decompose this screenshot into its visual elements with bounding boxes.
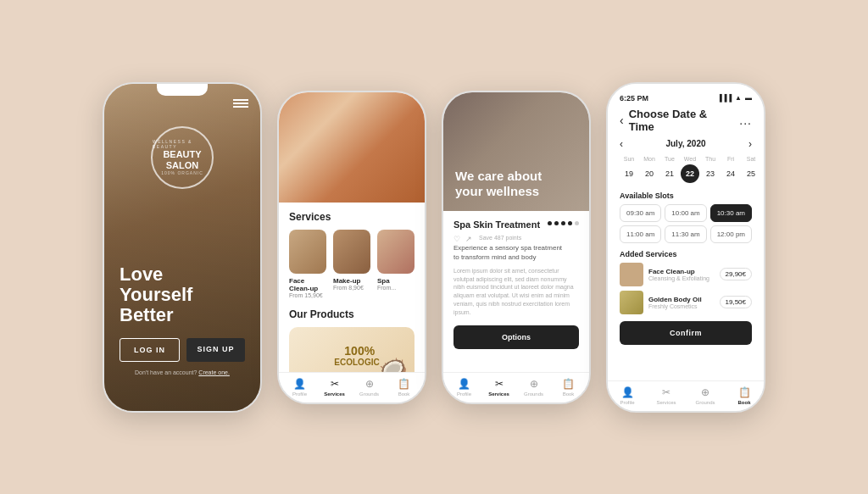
slots-grid: 09:30 am 10:00 am 10:30 am 11:00 am 11:3… bbox=[620, 204, 752, 243]
screen4-nav: 👤 Profile ✂ Services ⊕ Grounds 📋 Book bbox=[608, 380, 764, 411]
calendar-month-row: ‹ July, 2020 › bbox=[620, 138, 752, 150]
slot-0930[interactable]: 09:30 am bbox=[620, 204, 661, 222]
s4-nav-grounds-label: Grounds bbox=[695, 400, 715, 405]
service-name-1: Face Clean-up bbox=[289, 277, 326, 292]
s3-nav-grounds[interactable]: ⊕ Grounds bbox=[516, 378, 551, 397]
service-info-sub-1: Cleansing & Exfoliating bbox=[648, 275, 715, 281]
create-account-link[interactable]: Create one. bbox=[198, 369, 230, 375]
screen3-hero: We care aboutyour wellness bbox=[443, 92, 589, 211]
battery-icon: ▬ bbox=[745, 94, 752, 102]
cal-day-23[interactable]: 23 bbox=[701, 164, 720, 183]
confirm-button[interactable]: Confirm bbox=[620, 321, 752, 345]
day-header-wed: Wed bbox=[681, 155, 699, 163]
cal-day-21[interactable]: 21 bbox=[660, 164, 679, 183]
cal-day-22[interactable]: 22 bbox=[681, 164, 699, 183]
service-price-1: From 15,90€ bbox=[289, 292, 326, 298]
s3-nav-services[interactable]: ✂ Services bbox=[481, 378, 516, 397]
service-price-2: 19,50€ bbox=[720, 296, 752, 308]
next-month-button[interactable]: › bbox=[748, 138, 752, 150]
prev-month-button[interactable]: ‹ bbox=[620, 138, 623, 150]
screen3-nav: 👤 Profile ✂ Services ⊕ Grounds 📋 Book bbox=[443, 372, 589, 402]
products-card[interactable]: 100% ECOLOGIC 🥥 bbox=[289, 327, 415, 372]
s4-nav-grounds[interactable]: ⊕ Grounds bbox=[686, 386, 725, 405]
day-header-mon: Mon bbox=[640, 155, 659, 163]
s3-nav-profile[interactable]: 👤 Profile bbox=[447, 378, 481, 397]
dot-4 bbox=[568, 221, 572, 225]
signal-icon: ▐▐▐ bbox=[717, 94, 732, 102]
service-thumb-2 bbox=[620, 291, 643, 314]
book-icon: 📋 bbox=[398, 378, 410, 390]
wifi-icon: ▲ bbox=[735, 94, 742, 102]
heart-icon[interactable]: ♡ bbox=[453, 235, 460, 243]
options-button[interactable]: Options bbox=[453, 325, 579, 349]
screen2: Services Face Clean-up From 15,90€ Make-… bbox=[279, 92, 425, 402]
share-icon[interactable]: ↗ bbox=[465, 235, 472, 243]
signup-button[interactable]: SIGN UP bbox=[186, 338, 245, 362]
service-description: Experience a sensory spa treatmentto tra… bbox=[453, 243, 579, 262]
login-button[interactable]: LOG IN bbox=[120, 338, 180, 362]
calendar-section: ‹ July, 2020 › Sun Mon Tue Wed Thu Fri S… bbox=[620, 138, 752, 183]
logo-arc-bottom: 100% ORGANIC bbox=[161, 170, 203, 175]
day-header-sun: Sun bbox=[620, 155, 638, 163]
day-header-tue: Tue bbox=[660, 155, 679, 163]
notch-1 bbox=[157, 84, 208, 96]
s4-nav-services[interactable]: ✂ Services bbox=[647, 386, 686, 405]
slot-1030[interactable]: 10:30 am bbox=[710, 204, 752, 222]
slot-1000[interactable]: 10:00 am bbox=[665, 204, 706, 222]
s4-nav-book-label: Book bbox=[738, 400, 751, 405]
service-card-2[interactable]: Make-up From 8,90€ bbox=[333, 230, 370, 298]
service-card-3[interactable]: Spa From... bbox=[377, 230, 415, 298]
cal-day-24[interactable]: 24 bbox=[721, 164, 740, 183]
logo-arc-top: WELLNESS & BEAUTY bbox=[153, 139, 212, 149]
cal-day-19[interactable]: 19 bbox=[620, 164, 638, 183]
service-img-2 bbox=[333, 230, 370, 274]
slot-1130[interactable]: 11:30 am bbox=[665, 225, 706, 243]
s3-profile-icon: 👤 bbox=[458, 378, 470, 390]
cal-day-20[interactable]: 20 bbox=[640, 164, 659, 183]
s4-nav-profile[interactable]: 👤 Profile bbox=[608, 386, 647, 405]
products-percent: 100% bbox=[334, 344, 379, 358]
nav-profile[interactable]: 👤 Profile bbox=[282, 378, 317, 397]
auth-buttons: LOG IN SIGN UP bbox=[120, 338, 245, 362]
hamburger-menu[interactable] bbox=[233, 97, 248, 109]
s4-profile-icon: 👤 bbox=[621, 386, 634, 398]
added-services-section: Added Services Face Clean-up Cleansing &… bbox=[620, 250, 752, 314]
s4-nav-book[interactable]: 📋 Book bbox=[725, 386, 764, 405]
screen3: We care aboutyour wellness Spa Skin Trea… bbox=[443, 92, 589, 402]
s3-grounds-icon: ⊕ bbox=[530, 378, 538, 390]
s4-nav-profile-label: Profile bbox=[620, 400, 634, 405]
screen1: WELLNESS & BEAUTY BEAUTYSALON 100% ORGAN… bbox=[104, 84, 260, 411]
nav-profile-label: Profile bbox=[292, 391, 307, 397]
screen2-nav: 👤 Profile ✂ Services ⊕ Grounds 📋 Book bbox=[279, 372, 425, 402]
dot-3 bbox=[561, 221, 565, 225]
added-service-1: Face Clean-up Cleansing & Exfoliating 29… bbox=[620, 263, 752, 286]
nav-book[interactable]: 📋 Book bbox=[387, 378, 421, 397]
services-title: Services bbox=[289, 211, 415, 223]
nav-services[interactable]: ✂ Services bbox=[317, 378, 352, 397]
dot-5 bbox=[575, 221, 579, 225]
s3-nav-services-label: Services bbox=[488, 391, 509, 397]
more-button[interactable]: ... bbox=[739, 114, 752, 127]
nav-grounds[interactable]: ⊕ Grounds bbox=[352, 378, 387, 397]
day-header-thu: Thu bbox=[701, 155, 720, 163]
screen1-tagline: LoveYourselfBetter bbox=[120, 264, 192, 326]
service-actions: ♡ ↗ Save 487 points bbox=[453, 235, 579, 243]
back-button[interactable]: ‹ bbox=[620, 114, 624, 127]
products-ecologic: ECOLOGIC bbox=[334, 358, 379, 367]
slot-1200[interactable]: 12:00 pm bbox=[710, 225, 752, 243]
back-row: ‹ Choose Date & Time ... bbox=[620, 108, 752, 133]
notch-4 bbox=[660, 84, 711, 96]
s3-nav-book[interactable]: 📋 Book bbox=[551, 378, 586, 397]
rating-dots bbox=[548, 219, 579, 225]
slot-1100[interactable]: 11:00 am bbox=[620, 225, 661, 243]
page-title: Choose Date & Time bbox=[629, 108, 735, 133]
service-info-2: Golden Body Oil Freshly Cosmetics bbox=[648, 296, 715, 309]
services-row: Face Clean-up From 15,90€ Make-up From 8… bbox=[289, 230, 415, 298]
service-detail-header: Spa Skin Treatment bbox=[453, 219, 579, 230]
service-card-1[interactable]: Face Clean-up From 15,90€ bbox=[289, 230, 326, 298]
service-thumb-1 bbox=[620, 263, 643, 286]
screen4-time: 6:25 PM bbox=[620, 94, 648, 103]
cal-day-25[interactable]: 25 bbox=[742, 164, 760, 183]
service-detail-right bbox=[548, 219, 579, 225]
service-price-2: From 8,90€ bbox=[333, 285, 370, 291]
